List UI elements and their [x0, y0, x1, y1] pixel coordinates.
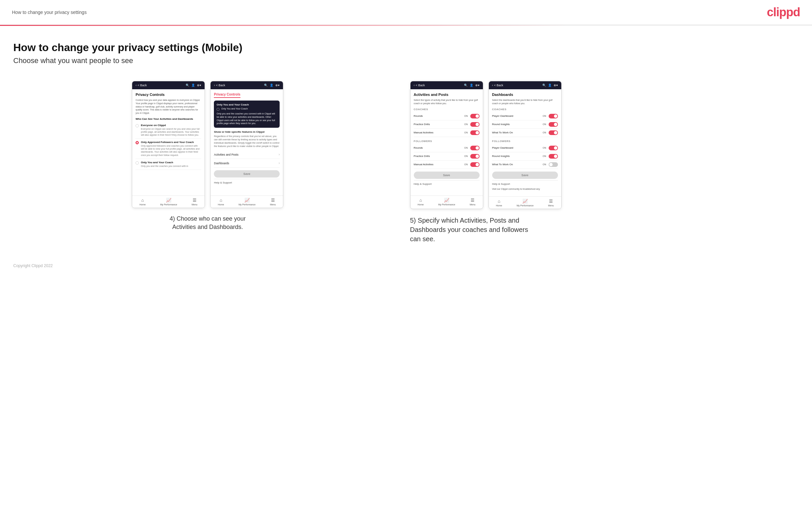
toggle-f-player[interactable]: Player Dashboard ON: [492, 144, 558, 152]
screen4-back[interactable]: ‹ < Back: [492, 83, 503, 87]
profile-icon-2[interactable]: 👤: [270, 83, 273, 87]
screen2-nav: ⌂ Home 📈 My Performance ☰ Menu: [211, 195, 283, 208]
screenshots-row: ‹ < Back 🔍 👤 ⊕▾ Privacy Controls Control…: [13, 81, 799, 243]
more-icon-4[interactable]: ⊕▾: [554, 83, 558, 87]
profile-icon-4[interactable]: 👤: [548, 83, 552, 87]
toggle-f-insights-switch[interactable]: [549, 154, 558, 159]
toggle-follow-manual[interactable]: Manual Activities ON: [414, 161, 479, 169]
radio-everyone[interactable]: Everyone on Clippd Everyone on Clippd ca…: [136, 122, 201, 139]
radio-desc-everyone: Everyone on Clippd can search for you an…: [141, 127, 201, 136]
radio-label-only-you: Only You and Your Coach: [141, 161, 188, 164]
toggle-coach-rounds[interactable]: Rounds ON: [414, 112, 479, 120]
nav-performance-1[interactable]: 📈 My Performance: [160, 198, 177, 206]
toggle-c-player-switch[interactable]: [549, 114, 558, 118]
search-icon-3[interactable]: 🔍: [464, 83, 468, 87]
more-icon-2[interactable]: ⊕▾: [275, 83, 280, 87]
nav-home-1[interactable]: ⌂ Home: [140, 198, 146, 206]
toggle-coach-drills-switch[interactable]: [470, 122, 479, 127]
nav-performance-2[interactable]: 📈 My Performance: [239, 198, 255, 206]
radio-approved[interactable]: Only Approved Followers and Your Coach O…: [136, 139, 201, 159]
radio-desc-approved: Only approved followers and coaches you …: [141, 144, 201, 156]
screen3-coaches-label: COACHES: [414, 108, 479, 111]
screen1-header-icons: 🔍 👤 ⊕▾: [186, 83, 201, 87]
toggle-follow-rounds[interactable]: Rounds ON: [414, 144, 479, 152]
screen4-nav: ⌂ Home 📈 My Performance ☰ Menu: [489, 196, 561, 209]
more-icon[interactable]: ⊕▾: [197, 83, 201, 87]
toggle-follow-rounds-switch[interactable]: [470, 146, 479, 150]
screen3-desc: Select the types of activity that you'd …: [414, 99, 479, 105]
screen2-header: ‹ < Back 🔍 👤 ⊕▾: [211, 81, 283, 89]
screen3-save-btn[interactable]: Save: [414, 172, 479, 179]
screen1-body-text: Control how you and your data appears to…: [136, 99, 201, 115]
toggle-coach-drills-right: ON: [464, 122, 479, 127]
toggle-c-insights-switch[interactable]: [549, 122, 558, 127]
toggle-c-workOn[interactable]: What To Work On ON: [492, 129, 558, 137]
nav-menu-label-4: Menu: [548, 205, 554, 207]
nav-performance-label-1: My Performance: [160, 204, 177, 206]
nav-home-label-1: Home: [140, 204, 146, 206]
screen4-save-btn[interactable]: Save: [492, 172, 558, 179]
search-icon-2[interactable]: 🔍: [264, 83, 268, 87]
nav-performance-3[interactable]: 📈 My Performance: [438, 198, 455, 206]
toggle-f-workOn-switch[interactable]: [549, 162, 558, 167]
main-content: How to change your privacy settings (Mob…: [0, 25, 812, 288]
toggle-c-insights-label: Round Insights: [492, 123, 510, 126]
toggle-coach-manual-switch[interactable]: [470, 130, 479, 135]
left-group: ‹ < Back 🔍 👤 ⊕▾ Privacy Controls Control…: [13, 81, 402, 231]
page-subheading: Choose what you want people to see: [13, 56, 799, 65]
popup-desc: Only you and the coaches you connect wit…: [216, 112, 277, 125]
nav-menu-1[interactable]: ☰ Menu: [192, 198, 198, 206]
nav-performance-4[interactable]: 📈 My Performance: [516, 199, 534, 207]
screen2-body: Privacy Controls Only You and Your Coach…: [211, 89, 283, 195]
screen4-mockup: ‹ < Back 🔍 👤 ⊕▾ Dashboards Select the da…: [489, 81, 562, 209]
radio-label-approved: Only Approved Followers and Your Coach: [141, 141, 201, 144]
performance-icon-3: 📈: [444, 198, 449, 203]
screen3-back[interactable]: ‹ < Back: [414, 83, 425, 87]
nav-menu-3[interactable]: ☰ Menu: [470, 198, 475, 206]
dashboards-row[interactable]: Dashboards ›: [214, 159, 280, 168]
nav-performance-label-2: My Performance: [239, 204, 255, 206]
top-screenshot-pair: ‹ < Back 🔍 👤 ⊕▾ Privacy Controls Control…: [13, 81, 402, 208]
toggle-follow-drills[interactable]: Practice Drills ON: [414, 152, 479, 161]
toggle-c-insights[interactable]: Round Insights ON: [492, 120, 558, 129]
popup-radio-row: Only You and Your Coach: [216, 108, 277, 111]
profile-icon[interactable]: 👤: [191, 83, 195, 87]
nav-menu-2[interactable]: ☰ Menu: [270, 198, 276, 206]
toggle-f-insights[interactable]: Round Insights ON: [492, 152, 558, 161]
dashboards-arrow-icon: ›: [278, 161, 280, 165]
more-icon-3[interactable]: ⊕▾: [475, 83, 479, 87]
screen1-back[interactable]: ‹ < Back: [136, 83, 147, 87]
screen4-body: Dashboards Select the dashboards that yo…: [489, 89, 561, 196]
activities-row[interactable]: Activities and Posts ›: [214, 150, 280, 159]
screen2-back[interactable]: ‹ < Back: [214, 83, 225, 87]
toggle-follow-manual-switch[interactable]: [470, 162, 479, 167]
toggle-coach-manual[interactable]: Manual Activities ON: [414, 129, 479, 137]
toggle-coach-drills[interactable]: Practice Drills ON: [414, 120, 479, 129]
toggle-coach-rounds-switch[interactable]: [470, 114, 479, 118]
screen2-save-btn[interactable]: Save: [214, 170, 280, 177]
home-icon: ⌂: [141, 198, 144, 203]
screen2-tab[interactable]: Privacy Controls: [214, 93, 240, 98]
toggle-follow-manual-right: ON: [464, 162, 479, 167]
toggle-c-player[interactable]: Player Dashboard ON: [492, 112, 558, 120]
radio-circle-everyone: [136, 124, 139, 127]
radio-desc-only-you: Only you and the coaches you connect wit…: [141, 165, 188, 168]
toggle-c-workOn-switch[interactable]: [549, 130, 558, 135]
profile-icon-3[interactable]: 👤: [470, 83, 473, 87]
nav-home-3[interactable]: ⌂ Home: [417, 198, 424, 206]
home-icon-3: ⌂: [419, 198, 422, 203]
search-icon-4[interactable]: 🔍: [542, 83, 546, 87]
performance-icon-4: 📈: [522, 199, 528, 204]
toggle-f-workOn[interactable]: What To Work On ON: [492, 161, 558, 169]
toggle-follow-drills-switch[interactable]: [470, 154, 479, 159]
screen4-header-icons: 🔍 👤 ⊕▾: [542, 83, 558, 87]
screen4-desc: Select the dashboards that you'd like to…: [492, 99, 558, 105]
nav-home-2[interactable]: ⌂ Home: [218, 198, 224, 206]
nav-menu-label-1: Menu: [192, 204, 198, 206]
nav-home-4[interactable]: ⌂ Home: [496, 199, 502, 207]
screen2-popup: Only You and Your Coach Only You and You…: [214, 101, 280, 128]
radio-only-you[interactable]: Only You and Your Coach Only you and the…: [136, 159, 201, 170]
nav-menu-4[interactable]: ☰ Menu: [548, 199, 554, 207]
search-icon[interactable]: 🔍: [186, 83, 189, 87]
toggle-f-player-switch[interactable]: [549, 146, 558, 150]
